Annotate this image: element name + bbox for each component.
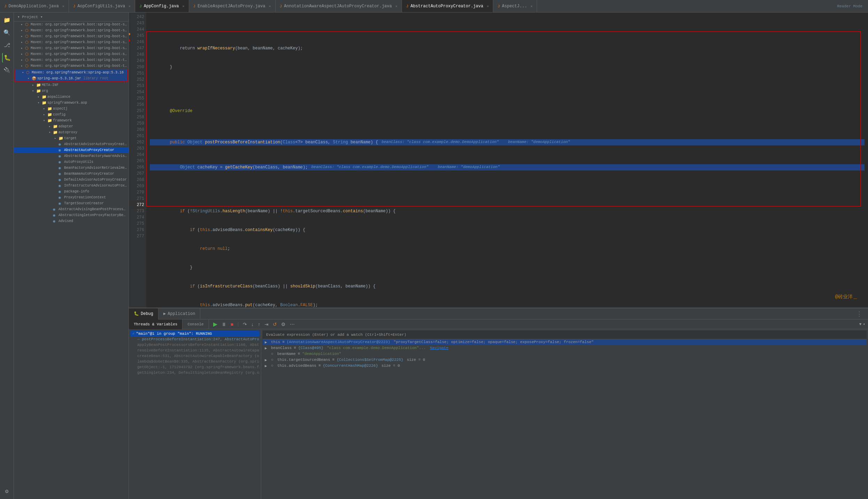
navigate-link[interactable]: Navigate [430,346,449,350]
tab-aop-config-utils[interactable]: J AopConfigUtils.java ✕ [69,0,135,13]
tree-maven-6[interactable]: ▸ ⬡ Maven: org.springframework.boot:spri… [14,51,129,57]
tree-proxy-creation[interactable]: ▸ ◉ ProxyCreationContext [14,195,129,200]
stop-button[interactable]: ■ [229,321,235,328]
close-icon[interactable]: ✕ [129,4,131,8]
var-bean-name[interactable]: ▶ ○ beanName = "demoApplication" [263,351,867,357]
tab-debug[interactable]: 🐛 Debug [129,308,158,319]
tree-maven-4[interactable]: ▸ ⬡ Maven: org.springframework.boot:spri… [14,39,129,45]
tree-package-info[interactable]: ▸ ◉ package-info [14,189,129,195]
tree-meta-inf[interactable]: ▸ 📁 META-INF [14,82,129,88]
tab-enable-aspect[interactable]: J EnableAspectJAutoProxy.java ✕ [189,0,276,13]
stack-frame-7[interactable]: getSingleton:234, DefaultSingletonBeanRe… [130,370,259,375]
tree-abstract-advisor[interactable]: ▸ ◉ AbstractAdvisorAutoProxyCreator [14,141,129,147]
code-content[interactable]: return wrapIfNecessary(bean, beanName, c… [146,13,868,308]
tree-framework[interactable]: ▾ 📁 framework [14,118,129,124]
tree-maven-test-au[interactable]: ▸ ⬡ Maven: org.springframework.boot:spri… [14,63,129,69]
tree-advised[interactable]: ▸ ◉ Advised [14,218,129,224]
settings-icon[interactable]: ⚙ [2,486,12,496]
thread-label: "main"@1 in group "main": RUNNING [136,332,212,336]
tree-aopalliance[interactable]: ▸ 📁 aopalliance [14,94,129,100]
close-icon[interactable]: ✕ [183,4,185,8]
debug-icon[interactable]: 🐛 [2,53,12,63]
tab-threads-variables[interactable]: Threads & Variables [129,319,183,329]
tree-jar-aop[interactable]: ▾ 📦 spring-aop-5.3.16.jar library root [15,76,127,81]
more-button[interactable]: ⋯ [288,321,296,328]
var-target-sourced-beans[interactable]: ▶ ○ this.targetSourcedBeans = {Collectio… [263,357,867,363]
tree-adapter[interactable]: ▸ 📁 adapter [14,124,129,129]
tab-demo-application[interactable]: J DemoApplication.java ✕ [0,0,69,13]
stack-frame-2[interactable]: applyBeanPostProcessorsBeforeInstantiati… [130,342,259,348]
var-advised-beans[interactable]: ▶ ○ this.advisedBeans = {ConcurrentHashM… [263,363,867,369]
stack-frame-1[interactable]: → postProcessBeforeInstantiation:247, Ab… [130,336,259,342]
folder-icon[interactable]: 📁 [2,15,12,25]
stack-frame-6[interactable]: getObject:-1, 1712943792 (org.springfram… [130,364,259,370]
tree-maven-2[interactable]: ▸ ⬡ Maven: org.springframework.boot:spri… [14,27,129,33]
circle-icon: ○ [271,358,275,362]
pause-button[interactable]: ⏸ [220,321,228,328]
close-icon[interactable]: ✕ [530,4,533,8]
thread-main[interactable]: ✓ "main"@1 in group "main": RUNNING [130,331,259,336]
java-icon: J [193,4,196,8]
tree-maven-5[interactable]: ▸ ⬡ Maven: org.springframework.boot:spri… [14,45,129,51]
tree-org[interactable]: ▾ 📁 org [14,88,129,94]
tab-app-config[interactable]: J AppConfig.java ✕ [135,0,189,13]
extensions-icon[interactable]: 🔌 [2,65,12,75]
tree-config[interactable]: ▸ 📁 config [14,112,129,118]
tree-abstract-auto-proxy[interactable]: ▸ ◉ AbstractAutoProxyCreator [14,147,129,153]
var-this[interactable]: ▶ this = (AnnotationAwareAspectJAutoProx… [263,339,867,345]
filter-label: ▼ [859,322,862,326]
tree-bean-name-auto[interactable]: ▸ ◉ BeanNameAutoProxyCreator [14,171,129,177]
tab-aspectj[interactable]: J AspectJ... ✕ [493,0,537,13]
project-label: ▾ Project ▾ [17,15,43,19]
tree-maven-aop[interactable]: ▾ ⬡ Maven: org.springframework:spring-ao… [15,70,127,76]
close-icon[interactable]: ✕ [487,4,489,8]
reset-button[interactable]: ↺ [271,321,278,328]
expand-icon[interactable]: ▶ [265,358,269,362]
stack-frame-3[interactable]: resolveBeforeInstantiation:1135, Abstrac… [130,348,259,353]
tree-infrastructure-advisor[interactable]: ▸ ◉ InfrastructureAdvisorAutoProxyCrea [14,183,129,189]
tree-abstract-advising[interactable]: ▸ ◉ AbstractAdvisingBeanPostProcessor [14,206,129,212]
settings-button[interactable]: ⚙ [280,321,287,328]
tree-abstract-singleton[interactable]: ▸ ◉ AbstractSingletonProxyFactoryBean [14,212,129,218]
filter-dropdown[interactable]: ▾ [863,322,865,326]
tab-label: AppConfig.java [144,4,179,9]
eval-bar[interactable]: Evaluate expression (Enter) or add a wat… [263,331,867,339]
stack-frame-5[interactable]: lambda$doGetBean$0:335, AbstractBeanFact… [130,359,259,364]
resume-button[interactable]: ▶ [212,320,219,328]
tree-target-source-creator[interactable]: ▸ ◉ TargetSourceCreator [14,200,129,206]
var-bean-class[interactable]: ▶ beanClass = {Class@495} "class com.exa… [263,345,867,351]
expand-icon[interactable]: ▶ [265,364,269,368]
close-icon[interactable]: ✕ [395,4,397,8]
search-icon[interactable]: 🔍 [2,28,12,38]
tab-abstract-auto-proxy[interactable]: J AbstractAutoProxyCreator.java ✕ [402,0,493,13]
tab-application[interactable]: ▶ Application [158,308,200,319]
tree-target[interactable]: ▸ 📁 target [14,135,129,141]
tree-aspectj[interactable]: ▸ 📁 aspectj [14,106,129,112]
tree-autoproxy[interactable]: ▾ 📁 autoproxy [14,129,129,135]
more-options-icon[interactable]: ⋮ [856,310,862,318]
tree-auto-proxy-utils[interactable]: ▸ ◉ AutoProxyUtils [14,159,129,165]
close-icon[interactable]: ✕ [269,4,271,8]
tree-maven-3[interactable]: ▸ ⬡ Maven: org.springframework.boot:spri… [14,33,129,39]
step-over-button[interactable]: ↷ [241,321,248,328]
expand-icon[interactable]: ▶ [265,346,269,350]
tree-default-advisor[interactable]: ▸ ◉ DefaultAdvisorAutoProxyCreator [14,177,129,183]
project-sidebar: ▾ Project ▾ ▸ ⬡ Maven: org.springframewo… [14,13,129,499]
stack-frame-4[interactable]: createBean:531, AbstractAutowireCapableB… [130,353,259,359]
tree-springframework-aop[interactable]: ▾ 📁 springframework.aop [14,100,129,106]
expand-icon[interactable]: ▶ [265,340,269,344]
tab-console[interactable]: Console [183,319,209,329]
step-out-button[interactable]: ↑ [256,321,262,328]
debug-subtabs: Threads & Variables Console ▶ ⏸ ■ | ↷ ↓ … [129,319,868,329]
arrow-icon: → [137,337,142,341]
git-icon[interactable]: ⎇ [2,40,12,50]
step-into-button[interactable]: ↓ [250,321,255,328]
tab-annotation-aware[interactable]: J AnnotationAwareAspectJAutoProxyCreator… [276,0,402,13]
close-icon[interactable]: ✕ [62,4,64,8]
tree-maven-1[interactable]: ▸ ⬡ Maven: org.springframework.boot:spri… [14,22,129,27]
tree-maven-test[interactable]: ▸ ⬡ Maven: org.springframework.boot:spri… [14,57,129,63]
run-to-cursor-button[interactable]: ⇥ [263,321,270,328]
console-label: Console [187,322,203,326]
tree-bean-factory-advisor[interactable]: ▸ ◉ BeanFactoryAdvisorRetrievalHelper [14,165,129,171]
tree-abstract-bean-factory[interactable]: ▸ ◉ AbstractBeanFactoryAwareAdvising [14,153,129,159]
